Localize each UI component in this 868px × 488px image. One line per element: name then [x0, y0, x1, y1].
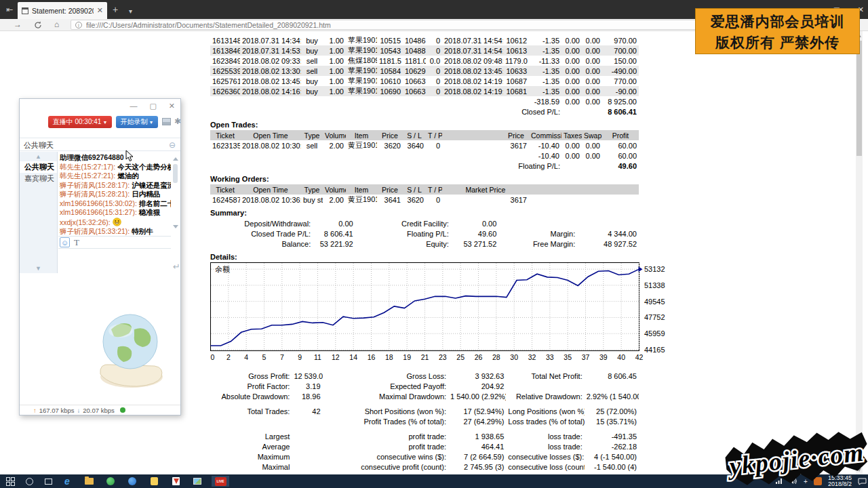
table-cell: 4 344.00 [577, 228, 639, 239]
emoji-picker-icon[interactable]: ☺ [60, 237, 70, 247]
column-header [442, 130, 503, 140]
svg-text:21: 21 [421, 353, 429, 361]
chat-room-tab[interactable]: 嘉宾聊天 [20, 173, 57, 184]
table-cell: 7 (2 664.59) [448, 451, 506, 462]
reader-app-icon[interactable] [167, 476, 184, 487]
page-info-icon[interactable]: i [75, 22, 82, 28]
table-cell: 0.00 [582, 35, 602, 45]
home-icon[interactable]: ⌂ [54, 20, 59, 29]
table-cell: Gross Profit: [210, 371, 292, 381]
svg-text:18: 18 [385, 353, 393, 361]
start-button[interactable] [1, 476, 19, 487]
gear-icon[interactable]: ✱ [174, 117, 181, 126]
file-explorer-icon[interactable] [80, 476, 98, 487]
table-cell: 17 (52.94%) [448, 406, 506, 416]
table-cell: 0 [426, 86, 442, 96]
text-format-icon[interactable]: T [74, 237, 79, 248]
table-cell: -1.35 [529, 76, 561, 86]
set-aside-tabs-icon[interactable]: ⇤ [3, 3, 16, 16]
table-cell: 2.00 [323, 140, 346, 150]
vertical-scrollbar[interactable] [856, 31, 863, 474]
cortana-icon[interactable] [20, 476, 38, 487]
table-cell: -10.40 [529, 140, 561, 150]
collapse-panel-icon[interactable]: ⊖ [169, 138, 176, 152]
start-record-button[interactable]: 开始录制▼ [116, 116, 158, 128]
chat-scrollbar-thumb[interactable] [173, 164, 178, 183]
svg-text:53132: 53132 [644, 265, 665, 273]
chevron-down-icon: ▼ [149, 120, 154, 125]
summary-title: Summary: [210, 209, 678, 217]
svg-text:37: 37 [582, 353, 590, 361]
svg-text:12: 12 [332, 353, 340, 361]
new-tab-button[interactable]: + [113, 4, 118, 15]
sidebar-up-icon[interactable]: ▲ [20, 152, 57, 161]
table-cell: Maximum [210, 451, 292, 462]
table-cell: Equity: [355, 239, 451, 249]
table-cell: 0 [426, 35, 442, 45]
table-cell: Absolute Drawdown: [210, 391, 292, 401]
chat-minimize-button[interactable]: — [130, 102, 137, 110]
tab-list-chevron-icon[interactable]: ▾ [129, 6, 132, 17]
closed-trade-row: 16263602018.08.02 14:16:14buy1.00苹果19011… [210, 86, 639, 96]
table-cell: 2018.07.31 14:34:29 [240, 35, 301, 45]
tab-close-icon[interactable]: ✕ [97, 6, 103, 15]
table-cell: Floating P/L: [355, 228, 451, 239]
table-cell: 1.00 [323, 56, 346, 66]
table-cell: 0 [426, 195, 442, 205]
live-status-button[interactable]: 直播中 00:30:41▼ [48, 116, 112, 128]
table-cell: 1625539 [210, 66, 240, 76]
details-title: Details: [210, 253, 678, 261]
green-browser-icon[interactable] [102, 476, 119, 487]
layout-grid-icon[interactable] [162, 118, 171, 125]
table-cell: 2018.07.31 14:54:51 [442, 45, 503, 56]
table-cell: 53 221.92 [313, 239, 355, 249]
svg-text:28: 28 [492, 353, 500, 361]
chat-scroll-up-icon[interactable] [173, 157, 178, 161]
table-cell: 42 [292, 406, 322, 416]
totals-row: -10.400.000.0060.00 [210, 150, 639, 161]
svg-text:5: 5 [262, 353, 267, 361]
chat-message: 韩先生(15:27:21):燃油的 [60, 171, 170, 181]
sidebar-down-icon[interactable]: ▼ [20, 265, 57, 272]
chat-input-field[interactable]: ↵ [58, 249, 171, 273]
refresh-icon[interactable] [34, 21, 42, 29]
table-cell: 0 [426, 45, 442, 56]
table-cell: 10515 [377, 35, 403, 45]
forward-icon[interactable]: → [14, 20, 22, 29]
column-header: S / L [403, 130, 426, 140]
column-header: Price [503, 130, 529, 140]
task-view-icon[interactable] [39, 476, 57, 487]
table-cell: 8 606.45 [585, 371, 639, 381]
browser-tab[interactable]: Statement: 2089020921 ✕ [18, 2, 107, 19]
column-header: Open Time [240, 184, 301, 195]
table-cell: 10681 [503, 86, 529, 96]
working-order-row: 16245872018.08.02 10:36:24buy stop2.00黄豆… [210, 195, 639, 205]
table-cell: consecutive wins ($): [323, 451, 449, 462]
svg-text:30: 30 [510, 353, 518, 361]
edge-icon[interactable]: e [58, 476, 76, 487]
scrollbar-thumb[interactable] [856, 41, 862, 156]
table-cell: Short Positions (won %): [323, 406, 449, 416]
table-cell: 0.00 [561, 45, 582, 56]
stats-row: Profit Factor:3.19Expected Payoff:204.92 [210, 381, 639, 391]
live-app-icon[interactable]: LIVE [212, 476, 229, 487]
table-cell: 10633 [503, 66, 529, 76]
table-cell: 10690 [377, 86, 403, 96]
table-cell: -1.35 [529, 45, 561, 56]
statement-report: 16131482018.07.31 14:34:29buy1.00苹果19011… [210, 35, 678, 474]
photos-app-icon[interactable] [189, 476, 206, 487]
chat-title-bar[interactable]: — ▢ ✕ [20, 99, 180, 114]
statistics-table: Gross Profit:12 539.08Gross Loss:3 932.6… [210, 371, 639, 474]
table-cell: 0.00 [582, 66, 602, 76]
table-cell [442, 140, 503, 150]
table-cell: 2 745.95 (3) [448, 462, 506, 472]
chat-scroll-down-icon[interactable] [173, 225, 178, 228]
chat-restore-button[interactable]: ▢ [149, 102, 156, 110]
table-header-row: TicketOpen TimeTypeVolumeItemPriceS / LT… [210, 130, 639, 140]
notes-app-icon[interactable] [145, 476, 163, 487]
table-cell: 0.00 [561, 35, 582, 45]
chat-room-tab[interactable]: 公共聊天 [20, 161, 57, 173]
stats-row: Total Trades:42Short Positions (won %):1… [210, 406, 639, 416]
chat-close-button[interactable]: ✕ [169, 102, 175, 110]
blue-browser-icon[interactable] [123, 476, 141, 487]
